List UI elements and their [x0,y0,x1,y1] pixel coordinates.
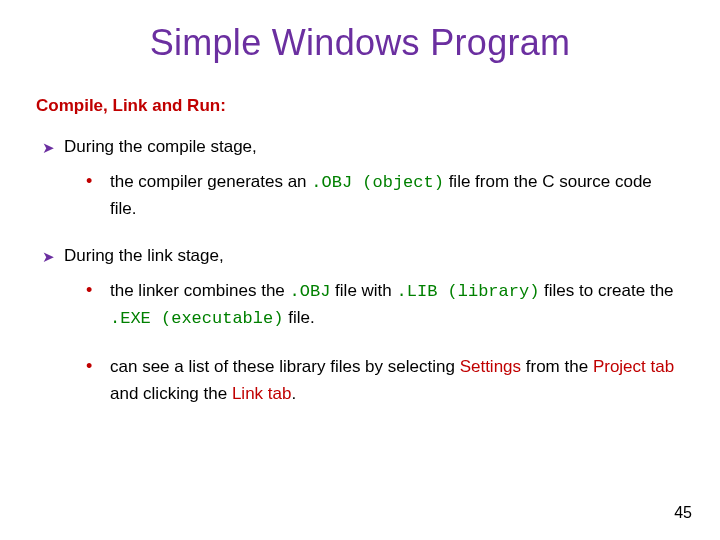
bullet-icon: • [86,278,110,302]
list-item: • the compiler generates an .OBJ (object… [86,169,682,223]
code-run: .EXE (executable) [110,309,283,328]
text-run: the linker combines the [110,281,285,300]
text-run: and clicking the [110,384,232,403]
section-link: ➤ During the link stage, • the linker co… [36,245,684,407]
code-run: .OBJ (object) [311,173,444,192]
bullet-text: can see a list of these library files by… [110,354,682,407]
text-run: file. [283,308,314,327]
section-heading: During the link stage, [64,245,684,268]
code-run: .OBJ [290,282,331,301]
bullet-text: the linker combines the .OBJ file with .… [110,278,682,333]
slide: Simple Windows Program Compile, Link and… [0,0,720,540]
text-run: the compiler generates an [110,172,307,191]
arrow-right-icon: ➤ [42,138,64,158]
page-number: 45 [674,504,692,522]
section-heading: During the compile stage, [64,136,684,159]
list-item: • can see a list of these library files … [86,354,682,407]
bullet-icon: • [86,354,110,378]
list-item: ➤ During the compile stage, [42,136,684,159]
text-run: from the [521,357,593,376]
keyword-run: Project tab [593,357,674,376]
section-compile: ➤ During the compile stage, • the compil… [36,136,684,223]
code-run: .LIB (library) [397,282,540,301]
arrow-right-icon: ➤ [42,247,64,267]
text-run: file with [330,281,391,300]
list-item: • the linker combines the .OBJ file with… [86,278,682,333]
section-subhead: Compile, Link and Run: [36,96,684,116]
keyword-run: Settings [460,357,521,376]
text-run: can see a list of these library files by… [110,357,460,376]
bullet-icon: • [86,169,110,193]
keyword-run: Link tab [232,384,292,403]
list-item: ➤ During the link stage, [42,245,684,268]
text-run: files to create the [539,281,673,300]
bullet-text: the compiler generates an .OBJ (object) … [110,169,682,223]
text-run: . [291,384,296,403]
slide-title: Simple Windows Program [36,22,684,64]
